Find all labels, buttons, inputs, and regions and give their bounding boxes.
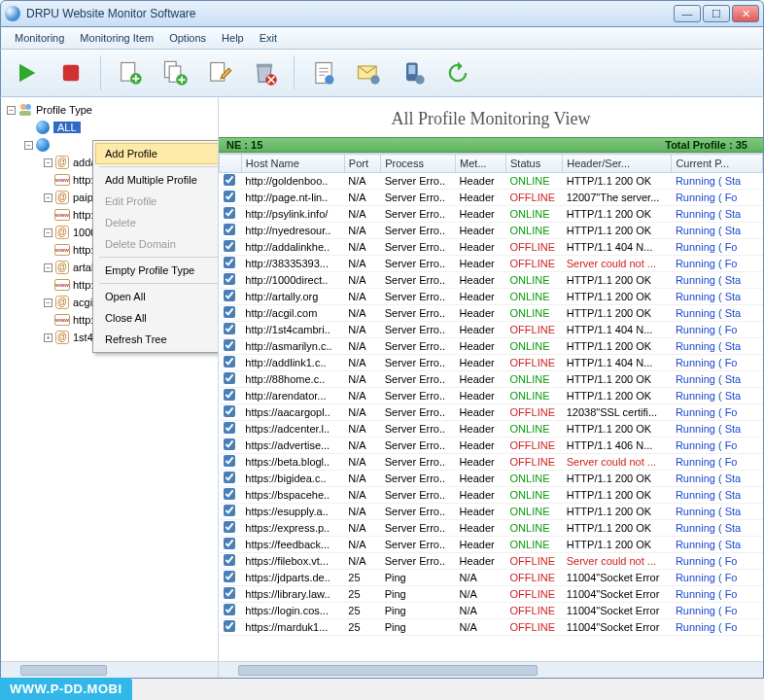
table-row[interactable]: https://express.p..N/AServer Erro..Heade… <box>220 520 763 537</box>
row-checkbox[interactable] <box>224 240 235 252</box>
edit-profile-button[interactable] <box>202 55 237 90</box>
row-checkbox[interactable] <box>224 422 235 434</box>
col-4[interactable]: Met... <box>456 155 506 173</box>
row-checkbox[interactable] <box>224 389 235 401</box>
row-checkbox[interactable] <box>224 587 235 599</box>
table-row[interactable]: http://addalinkhe..N/AServer Erro..Heade… <box>220 239 763 256</box>
report-button[interactable] <box>306 55 341 90</box>
menu-monitoring[interactable]: Monitoring <box>7 30 72 46</box>
maximize-button[interactable]: ☐ <box>703 5 730 22</box>
delete-button[interactable] <box>247 55 282 90</box>
table-row[interactable]: http://1st4cambri..N/AServer Erro..Heade… <box>220 322 763 338</box>
table-row[interactable]: http://88home.c..N/AServer Erro..HeaderO… <box>220 371 763 388</box>
row-checkbox[interactable] <box>224 488 235 500</box>
cell-host: http://1000direct.. <box>241 272 344 289</box>
row-checkbox[interactable] <box>224 356 235 368</box>
table-row[interactable]: https://login.cos...25PingN/AOFFLINE1100… <box>220 603 763 619</box>
row-checkbox[interactable] <box>224 339 235 351</box>
mail-settings-button[interactable] <box>351 55 386 90</box>
cell-process: Server Erro.. <box>381 305 456 322</box>
play-button[interactable] <box>9 55 44 90</box>
minimize-button[interactable]: — <box>674 5 701 22</box>
table-row[interactable]: http://psylink.info/N/AServer Erro..Head… <box>220 206 763 223</box>
ctx-empty-profile-type[interactable]: Empty Profile Type <box>95 260 219 281</box>
table-row[interactable]: http://addlink1.c..N/AServer Erro..Heade… <box>220 355 763 371</box>
col-0[interactable] <box>220 155 242 173</box>
table-row[interactable]: http://asmarilyn.c..N/AServer Erro..Head… <box>220 338 763 355</box>
table-row[interactable]: https://esupply.a..N/AServer Erro..Heade… <box>220 504 763 520</box>
col-1[interactable]: Host Name <box>241 155 344 173</box>
sidebar-scrollbar[interactable] <box>1 661 218 678</box>
table-row[interactable]: https://library.law..25PingN/AOFFLINE110… <box>220 586 763 603</box>
ctx-add-profile[interactable]: Add Profile <box>95 143 219 164</box>
table-row[interactable]: http://arendator...N/AServer Erro..Heade… <box>220 388 763 404</box>
table-row[interactable]: https://aacargopl..N/AServer Erro..Heade… <box>220 404 763 421</box>
row-checkbox[interactable] <box>224 538 235 549</box>
ctx-open-all[interactable]: Open All <box>95 286 219 307</box>
row-checkbox[interactable] <box>224 224 235 235</box>
menu-help[interactable]: Help <box>214 30 252 46</box>
row-checkbox[interactable] <box>224 191 235 202</box>
row-checkbox[interactable] <box>224 174 235 186</box>
ctx-refresh-tree[interactable]: Refresh Tree <box>95 329 219 350</box>
table-row[interactable]: https://advertise...N/AServer Erro..Head… <box>220 438 763 454</box>
cell-header: HTTP/1.1 200 OK <box>563 223 672 239</box>
tree-root[interactable]: − Profile Type <box>3 101 216 119</box>
table-row[interactable]: https://marduk1...25PingN/AOFFLINE11004"… <box>220 619 763 636</box>
content-scrollbar[interactable] <box>219 661 763 678</box>
table-row[interactable]: http://1000direct..N/AServer Erro..Heade… <box>220 272 763 289</box>
table-row[interactable]: http://goldenboo..N/AServer Erro..Header… <box>220 173 763 190</box>
row-checkbox[interactable] <box>224 405 235 417</box>
row-checkbox[interactable] <box>224 455 235 467</box>
row-checkbox[interactable] <box>224 323 235 334</box>
www-icon: www <box>54 207 70 223</box>
table-wrapper[interactable]: Host NamePortProcessMet...StatusHeader/S… <box>219 153 763 661</box>
table-row[interactable]: http://38335393...N/AServer Erro..Header… <box>220 256 763 272</box>
row-checkbox[interactable] <box>224 273 235 285</box>
menu-exit[interactable]: Exit <box>252 30 285 46</box>
row-checkbox[interactable] <box>224 306 235 318</box>
row-checkbox[interactable] <box>224 257 235 268</box>
ctx-close-all[interactable]: Close All <box>95 307 219 329</box>
row-checkbox[interactable] <box>224 472 235 483</box>
row-checkbox[interactable] <box>224 207 235 219</box>
row-checkbox[interactable] <box>224 604 235 615</box>
col-2[interactable]: Port <box>344 155 380 173</box>
table-row[interactable]: http://page.nt-lin..N/AServer Erro..Head… <box>220 190 763 206</box>
col-3[interactable]: Process <box>381 155 456 173</box>
row-checkbox[interactable] <box>224 438 235 450</box>
row-checkbox[interactable] <box>224 554 235 566</box>
menu-monitoring-item[interactable]: Monitoring Item <box>72 30 161 46</box>
row-checkbox[interactable] <box>224 521 235 533</box>
table-row[interactable]: https://adcenter.l..N/AServer Erro..Head… <box>220 421 763 438</box>
table-row[interactable]: https://feedback...N/AServer Erro..Heade… <box>220 537 763 553</box>
table-row[interactable]: https://bigidea.c..N/AServer Erro..Heade… <box>220 471 763 487</box>
table-row[interactable]: https://beta.blogl..N/AServer Erro..Head… <box>220 454 763 471</box>
col-6[interactable]: Header/Ser... <box>563 155 672 173</box>
stop-button[interactable] <box>53 55 88 90</box>
table-row[interactable]: https://jdparts.de..25PingN/AOFFLINE1100… <box>220 570 763 586</box>
add-multi-profile-button[interactable] <box>157 55 192 90</box>
table-row[interactable]: https://filebox.vt...N/AServer Erro..Hea… <box>220 553 763 570</box>
add-profile-button[interactable] <box>113 55 148 90</box>
col-5[interactable]: Status <box>506 155 563 173</box>
table-row[interactable]: http://artally.orgN/AServer Erro..Header… <box>220 289 763 305</box>
row-checkbox[interactable] <box>224 571 235 582</box>
table-row[interactable]: http://nyedresour..N/AServer Erro..Heade… <box>220 223 763 239</box>
menu-options[interactable]: Options <box>161 30 214 46</box>
row-checkbox[interactable] <box>224 290 235 301</box>
row-checkbox[interactable] <box>224 372 235 384</box>
table-row[interactable]: https://bspacehe..N/AServer Erro..Header… <box>220 487 763 504</box>
row-checkbox[interactable] <box>224 505 235 516</box>
col-7[interactable]: Current P... <box>672 155 763 173</box>
window-title: DRPU Website Monitor Software <box>26 7 672 20</box>
mobile-settings-button[interactable] <box>396 55 431 90</box>
tree-node[interactable]: ALL <box>3 119 216 136</box>
cell-method: Header <box>456 388 506 404</box>
cell-process: Server Erro.. <box>381 537 456 553</box>
close-button[interactable]: ✕ <box>732 5 759 22</box>
table-row[interactable]: http://acgil.comN/AServer Erro..HeaderON… <box>220 305 763 322</box>
row-checkbox[interactable] <box>224 620 235 632</box>
ctx-add-multiple-profile[interactable]: Add Multiple Profile <box>95 169 219 191</box>
refresh-button[interactable] <box>440 55 475 90</box>
